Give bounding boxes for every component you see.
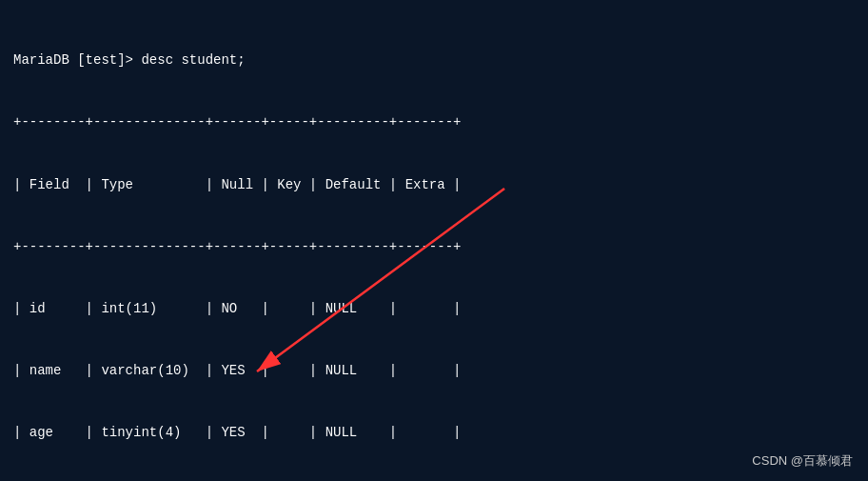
line-4: +--------+--------------+------+-----+--… xyxy=(13,237,855,258)
terminal: MariaDB [test]> desc student; +--------+… xyxy=(0,0,868,481)
line-3: | Field | Type | Null | Key | Default | … xyxy=(13,175,855,196)
line-1: MariaDB [test]> desc student; xyxy=(13,50,855,71)
line-7: | age | tinyint(4) | YES | | NULL | | xyxy=(13,423,855,444)
watermark: CSDN @百慕倾君 xyxy=(752,452,853,470)
line-5: | id | int(11) | NO | | NULL | | xyxy=(13,299,855,320)
line-2: +--------+--------------+------+-----+--… xyxy=(13,112,855,133)
line-6: | name | varchar(10) | YES | | NULL | | xyxy=(13,361,855,382)
